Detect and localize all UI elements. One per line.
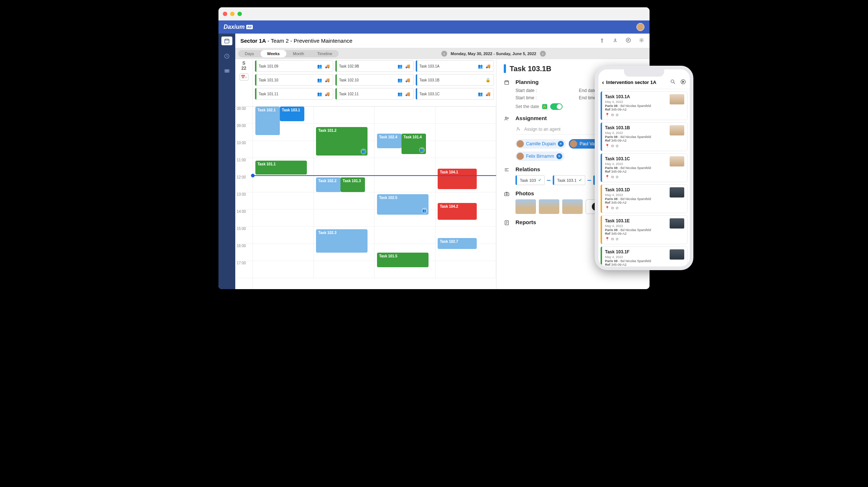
task-pill[interactable]: Task 101.11👥 🚚: [255, 88, 333, 100]
task-pill[interactable]: Task 102.9B👥 🚚: [335, 60, 414, 72]
view-tab-weeks[interactable]: Weeks: [260, 50, 286, 57]
card-pin-icon[interactable]: 📍: [605, 144, 609, 148]
hour-label: 10:00: [235, 141, 252, 158]
svg-rect-5: [225, 71, 226, 72]
calendar-event[interactable]: Task 102.2: [316, 177, 340, 192]
calendar-event[interactable]: Task 104.2: [438, 203, 477, 220]
card-copy-icon[interactable]: ⧉: [611, 237, 614, 241]
gear-icon[interactable]: [639, 37, 644, 45]
card-pin-icon[interactable]: 📍: [605, 206, 609, 210]
mobile-list[interactable]: Task 103.1AMay 4, 2022Paris 08 - Bd Nico…: [598, 89, 690, 266]
mobile-card[interactable]: Task 103.1EMay 4, 2022Paris 08 - Bd Nico…: [601, 215, 688, 244]
assignee-chip[interactable]: Camille Dupain✕: [515, 139, 566, 149]
download-icon[interactable]: [612, 37, 618, 45]
task-pill[interactable]: Task 102.11👥 🚚: [335, 88, 414, 100]
calendar-event[interactable]: Task 102.7: [438, 238, 477, 249]
hour-label: 11:00: [235, 158, 252, 175]
photo-thumbnail[interactable]: [539, 199, 559, 214]
mobile-card[interactable]: Task 103.1AMay 4, 2022Paris 08 - Bd Nico…: [601, 91, 688, 120]
calendar-event[interactable]: Task 102.3: [316, 229, 368, 253]
lock-icon: 🔒: [542, 104, 547, 109]
mobile-card[interactable]: Task 103.1BMay 4, 2022Paris 08 - Bd Nico…: [601, 122, 688, 151]
calendar-event[interactable]: Task 101.2👥: [316, 127, 368, 156]
task-pill[interactable]: Task 101.09👥 🚚: [255, 60, 333, 72]
relation-node[interactable]: Task 103.1✔: [553, 175, 585, 185]
next-week-button[interactable]: ›: [540, 51, 546, 57]
close-window-icon[interactable]: [223, 12, 227, 16]
card-check-icon[interactable]: ⊘: [616, 175, 618, 179]
task-pill[interactable]: Task 103.1A👥 🚚: [416, 60, 494, 72]
view-tab-timeline[interactable]: Timeline: [311, 50, 339, 57]
card-pin-icon[interactable]: 📍: [605, 175, 609, 179]
task-pill[interactable]: Task 103.1B🔒: [416, 74, 494, 86]
card-check-icon[interactable]: ⊘: [616, 237, 618, 241]
calendar-event[interactable]: Task 103.1: [280, 107, 304, 121]
date-range-label: Monday, May 30, 2022 - Sunday, June 5, 2…: [451, 51, 536, 56]
user-avatar[interactable]: [636, 23, 644, 31]
left-rail: [218, 34, 235, 289]
relation-node[interactable]: Task 103✔: [515, 175, 545, 185]
calendar-event[interactable]: Task 102.1: [255, 107, 280, 135]
view-tab-month[interactable]: Month: [286, 50, 311, 57]
photo-thumbnail[interactable]: [515, 199, 536, 214]
set-date-label: Set the date: [515, 104, 539, 109]
calendar-event[interactable]: Task 101.4👥: [401, 134, 426, 154]
card-check-icon[interactable]: ⊘: [616, 206, 618, 210]
phone-notch: [624, 69, 664, 77]
svg-point-8: [601, 39, 603, 40]
card-copy-icon[interactable]: ⧉: [611, 206, 614, 210]
maximize-window-icon[interactable]: [237, 12, 242, 16]
prev-week-button[interactable]: ‹: [441, 51, 447, 57]
calendar-event[interactable]: Task 102.4: [377, 134, 401, 148]
search-icon[interactable]: [670, 79, 676, 86]
list-icon[interactable]: [625, 37, 631, 45]
toolbar-icons: [599, 37, 644, 45]
sync-icon[interactable]: [680, 79, 686, 86]
card-pin-icon[interactable]: 📍: [605, 237, 609, 241]
svg-point-13: [507, 118, 509, 119]
calendar-event[interactable]: Task 101.5: [377, 253, 429, 267]
card-check-icon[interactable]: ⊘: [616, 144, 618, 148]
breadcrumb-text: Sector 1A - Team 2 - Preventive Maintena…: [240, 38, 353, 44]
calendar-event[interactable]: Task 101.3: [340, 177, 365, 192]
relations-icon: [504, 166, 511, 185]
svg-point-10: [641, 39, 642, 41]
set-date-toggle[interactable]: [550, 103, 563, 110]
nav-time-icon[interactable]: [224, 53, 230, 61]
titlebar: [218, 7, 650, 20]
svg-rect-15: [505, 193, 509, 196]
calendar-event[interactable]: Task 104.1: [438, 169, 477, 189]
card-copy-icon[interactable]: ⧉: [611, 144, 614, 148]
assignee-chip[interactable]: Felix Birnamm✕: [515, 152, 564, 161]
back-button[interactable]: ‹: [602, 79, 604, 86]
remove-chip-icon[interactable]: ✕: [558, 141, 564, 147]
view-tab-days[interactable]: Days: [238, 50, 260, 57]
task-pill-area: Task 101.09👥 🚚Task 102.9B👥 🚚Task 103.1A👥…: [253, 59, 496, 107]
brand-suffix: Air: [246, 25, 253, 29]
detail-accent-bar: [504, 64, 506, 73]
card-pin-icon[interactable]: 📍: [605, 113, 609, 117]
mobile-card[interactable]: Task 103.1CMay 4, 2022Paris 08 - Bd Nico…: [601, 153, 688, 182]
card-copy-icon[interactable]: ⧉: [611, 175, 614, 179]
task-pill[interactable]: Task 103.1C👥 🚚: [416, 88, 494, 100]
pin-icon[interactable]: [599, 37, 605, 45]
svg-point-18: [671, 80, 674, 83]
nav-calendar-icon[interactable]: [221, 37, 232, 45]
mobile-card[interactable]: Task 103.1DMay 4, 2022Paris 08 - Bd Nico…: [601, 184, 688, 213]
calendar-event[interactable]: Task 101.1: [255, 161, 307, 175]
task-pill[interactable]: Task 101.10👥 🚚: [255, 74, 333, 86]
remove-chip-icon[interactable]: ✕: [556, 153, 562, 159]
hour-label: 15:00: [235, 227, 252, 244]
card-copy-icon[interactable]: ⧉: [611, 113, 614, 117]
svg-rect-4: [228, 70, 229, 71]
minimize-window-icon[interactable]: [230, 12, 235, 16]
photo-thumbnail[interactable]: [562, 199, 583, 214]
nav-grid-icon[interactable]: [224, 69, 230, 76]
mobile-card[interactable]: Task 103.1FMay 4, 2022Paris 08 - Bd Nico…: [601, 246, 688, 266]
hour-label: 13:00: [235, 192, 252, 210]
add-calendar-button[interactable]: 📅₊: [240, 73, 248, 81]
calendar-event[interactable]: Task 102.5👥: [377, 194, 429, 215]
card-check-icon[interactable]: ⊘: [616, 113, 618, 117]
task-pill[interactable]: Task 102.10👥 🚚: [335, 74, 414, 86]
hour-label: 14:00: [235, 210, 252, 227]
